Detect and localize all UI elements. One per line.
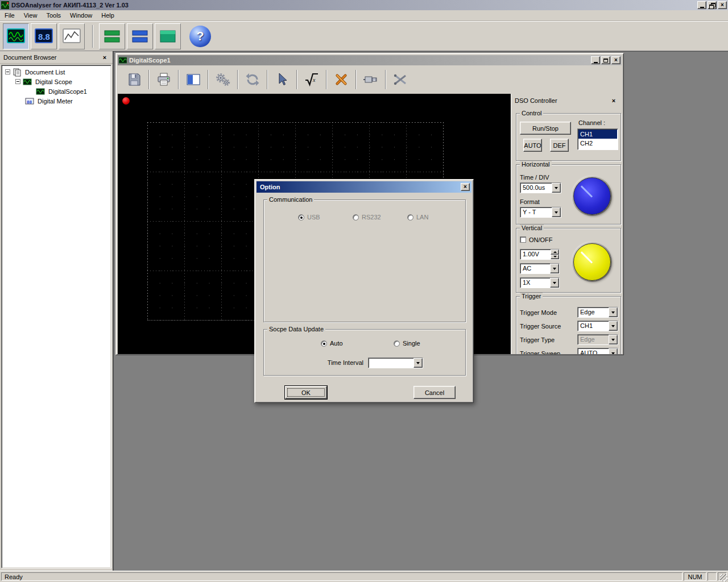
menu-window[interactable]: Window xyxy=(65,11,97,20)
disconnect-device-button[interactable] xyxy=(390,68,411,91)
coupling-select[interactable]: AC xyxy=(520,263,560,274)
time-div-value: 500.0us xyxy=(523,184,545,192)
rs232-radio[interactable]: RS232 xyxy=(353,214,381,221)
trigger-sweep-select[interactable]: AUTO xyxy=(577,348,618,354)
collapse-toggle-icon[interactable] xyxy=(15,79,20,84)
spin-up-button[interactable] xyxy=(551,250,559,255)
run-stop-button[interactable]: Run/Stop xyxy=(520,122,571,135)
channel-listbox[interactable]: CH1 CH2 xyxy=(577,128,618,150)
dropdown-button[interactable] xyxy=(609,321,618,331)
lan-radio-label: LAN xyxy=(416,214,428,221)
coupling-value: AC xyxy=(523,265,531,272)
num-lock-indicator: NUM xyxy=(684,572,706,581)
tree-item-document-list[interactable]: Document List xyxy=(2,67,111,77)
control-group: Control Run/Stop Channel : CH1 CH2 AUTO xyxy=(516,113,621,161)
save-button[interactable] xyxy=(123,68,145,91)
format-select[interactable]: Y - T xyxy=(520,207,561,218)
cursor-tool-button[interactable] xyxy=(271,68,293,91)
trigger-type-label: Trigger Type xyxy=(520,336,555,343)
scope-close-button[interactable]: × xyxy=(611,56,621,64)
arrange-meter-views-button[interactable] xyxy=(127,23,153,49)
dropdown-button[interactable] xyxy=(413,358,423,368)
tree-item-digital-scope[interactable]: Digital Scope xyxy=(2,77,111,86)
time-interval-select[interactable] xyxy=(368,357,423,368)
time-div-select[interactable]: 500.0us xyxy=(520,182,561,193)
menu-view[interactable]: View xyxy=(19,11,42,20)
cancel-label: Cancel xyxy=(425,389,444,396)
dropdown-button[interactable] xyxy=(550,278,559,288)
application-window: DSOAnalyser for АКИП-4113_2 Ver 1.03 × F… xyxy=(0,0,728,582)
vertical-group: Vertical ON/OFF 1.00V AC xyxy=(516,228,621,293)
horizontal-position-knob[interactable] xyxy=(573,177,611,215)
tree-item-digitalscope1[interactable]: DigitalScope1 xyxy=(2,86,111,96)
trigger-source-select[interactable]: CH1 xyxy=(577,321,618,331)
scope-minimize-button[interactable] xyxy=(591,56,600,64)
dropdown-button[interactable] xyxy=(609,307,618,317)
toggle-controller-panel-button[interactable] xyxy=(183,68,204,91)
vertical-onoff-checkbox[interactable] xyxy=(520,236,526,243)
math-function-button[interactable]: x xyxy=(301,68,322,91)
analyser-document-button[interactable] xyxy=(59,23,85,49)
app-close-button[interactable]: × xyxy=(718,1,727,9)
option-dialog-titlebar[interactable]: Option × xyxy=(257,181,471,193)
toolbar-separator xyxy=(92,25,93,48)
cancel-button[interactable]: Cancel xyxy=(413,386,456,399)
usb-radio[interactable]: USB xyxy=(298,214,320,221)
radio-circle-icon xyxy=(407,214,413,221)
def-button[interactable]: DEF xyxy=(550,139,569,152)
tree-item-label: Digital Scope xyxy=(34,78,73,85)
dropdown-button[interactable] xyxy=(552,183,561,193)
lan-radio[interactable]: LAN xyxy=(407,214,428,221)
document-tree: Document List Digital Scope DigitalScope… xyxy=(1,65,111,568)
scope-maximize-button[interactable] xyxy=(601,56,610,64)
document-browser-close-icon[interactable]: × xyxy=(100,53,109,61)
svg-text:88: 88 xyxy=(27,99,32,104)
volts-div-value: 1.00V xyxy=(523,251,539,258)
app-restore-button[interactable] xyxy=(708,1,717,9)
maximize-view-button[interactable] xyxy=(155,23,181,49)
digital-meter-icon: 8.8 xyxy=(34,28,53,45)
auto-update-radio[interactable]: Auto xyxy=(321,340,343,347)
app-minimize-button[interactable] xyxy=(697,1,706,9)
dropdown-button[interactable] xyxy=(550,264,559,273)
vertical-position-knob[interactable] xyxy=(573,243,611,281)
menu-tools[interactable]: Tools xyxy=(42,11,65,20)
option-dialog-close-button[interactable]: × xyxy=(461,183,470,191)
controller-close-icon[interactable]: × xyxy=(609,97,618,105)
options-button[interactable] xyxy=(330,68,352,91)
tree-item-digital-meter[interactable]: 88 Digital Meter xyxy=(2,96,111,106)
status-panel-extra1 xyxy=(708,572,717,581)
vertical-group-legend: Vertical xyxy=(520,225,544,231)
resize-grip[interactable] xyxy=(720,574,727,581)
trigger-group: Trigger Trigger Mode Edge Trigger Source… xyxy=(516,296,621,354)
controller-title: DSO Controller xyxy=(515,97,609,104)
blue-bars-icon xyxy=(131,28,149,45)
single-update-radio[interactable]: Single xyxy=(394,340,420,347)
connect-device-button[interactable] xyxy=(360,68,382,91)
dropdown-button[interactable] xyxy=(552,207,561,217)
menu-file[interactable]: File xyxy=(0,11,19,20)
channel-option-ch1[interactable]: CH1 xyxy=(578,130,617,139)
volts-div-spinner[interactable]: 1.00V xyxy=(520,249,560,260)
dropdown-button[interactable] xyxy=(609,348,618,354)
trigger-type-select: Edge xyxy=(577,334,618,345)
help-button[interactable]: ? xyxy=(187,23,213,49)
settings-button[interactable] xyxy=(212,68,234,91)
digital-meter-document-button[interactable]: 8.8 xyxy=(31,23,57,49)
channel-option-ch2[interactable]: CH2 xyxy=(578,139,617,148)
knob-pointer xyxy=(581,185,593,197)
ok-button[interactable]: OK xyxy=(285,386,327,399)
digitalscope-titlebar[interactable]: DigitalScope1 × xyxy=(118,55,622,65)
trigger-mode-select[interactable]: Edge xyxy=(577,307,618,318)
refresh-button[interactable] xyxy=(242,68,263,91)
menu-help[interactable]: Help xyxy=(97,11,119,20)
auto-button[interactable]: AUTO xyxy=(523,139,542,152)
spin-down-button[interactable] xyxy=(551,255,559,260)
probe-select[interactable]: 1X xyxy=(520,277,560,288)
digital-scope-document-button[interactable] xyxy=(3,23,29,49)
help-icon: ? xyxy=(189,26,211,47)
print-button[interactable] xyxy=(153,68,175,91)
collapse-toggle-icon[interactable] xyxy=(5,69,10,74)
arrange-scope-views-button[interactable] xyxy=(99,23,125,49)
status-bar: Ready NUM xyxy=(0,571,728,582)
